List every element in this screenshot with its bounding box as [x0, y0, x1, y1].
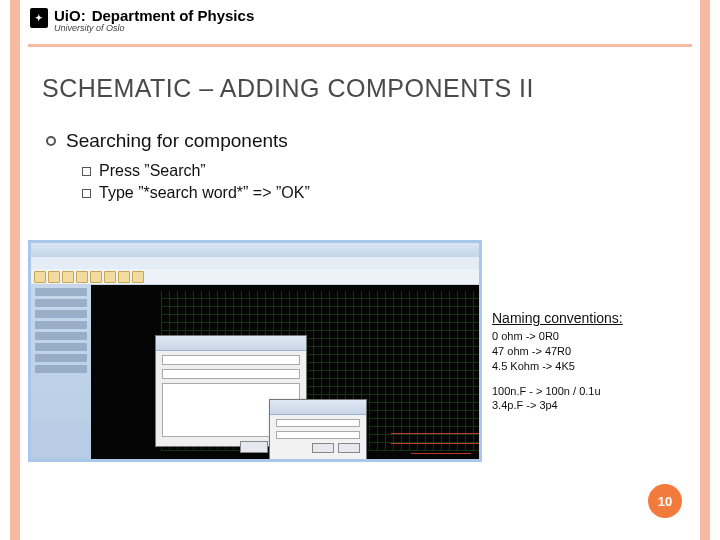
- app-toolbar: [31, 269, 479, 285]
- sub-bullet-2: Type ”*search word*” => ”OK”: [82, 184, 680, 202]
- slide-header: ✦ UiO: Department of Physics University …: [30, 8, 254, 33]
- note-line: 4.5 Kohm -> 4K5: [492, 359, 623, 374]
- brand-label: UiO: [54, 7, 81, 24]
- dialog-button: [338, 443, 360, 453]
- note-line: 47 ohm -> 47R0: [492, 344, 623, 359]
- sub-bullet-1-text: Press ”Search”: [99, 162, 206, 180]
- sidebar-item: [35, 321, 87, 329]
- header-brand-line: UiO: Department of Physics: [54, 8, 254, 24]
- schematic-canvas: [91, 285, 479, 459]
- sidebar-item: [35, 343, 87, 351]
- uio-seal-icon: ✦: [30, 8, 48, 28]
- sub-bullet-1: Press ”Search”: [82, 162, 680, 180]
- dialog-titlebar: [270, 400, 366, 415]
- dialog-input: [276, 419, 360, 427]
- slide-title: SCHEMATIC – ADDING COMPONENTS II: [42, 74, 534, 103]
- schematic-wire: [411, 453, 471, 454]
- toolbar-button: [76, 271, 88, 283]
- dialog-button: [240, 441, 268, 453]
- brand-separator: :: [81, 7, 86, 24]
- schematic-wire: [391, 443, 481, 444]
- sub-bullet-2-text: Type ”*search word*” => ”OK”: [99, 184, 310, 202]
- department-name: Department of Physics: [92, 8, 255, 24]
- app-screenshot: [28, 240, 482, 462]
- header-rule: [28, 44, 692, 47]
- sidebar-item: [35, 332, 87, 340]
- bullet-square-icon: [82, 189, 91, 198]
- bullet-square-icon: [82, 167, 91, 176]
- naming-conventions-notes: Naming conventions: 0 ohm -> 0R0 47 ohm …: [492, 310, 623, 423]
- sidebar-item: [35, 288, 87, 296]
- toolbar-button: [132, 271, 144, 283]
- schematic-wire: [391, 433, 481, 434]
- app-titlebar: [31, 243, 479, 258]
- bullet-circle-icon: [46, 136, 56, 146]
- app-sidebar: [31, 285, 92, 459]
- toolbar-button: [62, 271, 74, 283]
- sidebar-item: [35, 365, 87, 373]
- notes-group-resistors: 0 ohm -> 0R0 47 ohm -> 47R0 4.5 Kohm -> …: [492, 329, 623, 374]
- dialog-input: [162, 355, 300, 365]
- sidebar-item: [35, 299, 87, 307]
- dialog-button: [312, 443, 334, 453]
- page-number: 10: [658, 494, 672, 509]
- dialog-input: [162, 369, 300, 379]
- toolbar-button: [34, 271, 46, 283]
- note-line: 3.4p.F -> 3p4: [492, 398, 623, 413]
- toolbar-button: [48, 271, 60, 283]
- sidebar-item: [35, 310, 87, 318]
- dialog-input: [276, 431, 360, 439]
- secondary-dialog: [269, 399, 367, 462]
- sidebar-item: [35, 354, 87, 362]
- sub-bullets: Press ”Search” Type ”*search word*” => ”…: [82, 162, 680, 202]
- toolbar-button: [90, 271, 102, 283]
- header-text-block: UiO: Department of Physics University of…: [54, 8, 254, 33]
- notes-heading: Naming conventions:: [492, 310, 623, 326]
- title-text: SCHEMATIC – ADDING COMPONENTS II: [42, 74, 534, 102]
- slide-border-right: [700, 0, 710, 540]
- note-line: 100n.F - > 100n / 0.1u: [492, 384, 623, 399]
- brand-name: UiO:: [54, 8, 86, 24]
- page-number-badge: 10: [648, 484, 682, 518]
- toolbar-button: [118, 271, 130, 283]
- university-name: University of Oslo: [54, 24, 254, 33]
- slide-border-left: [10, 0, 20, 540]
- bullet-main-text: Searching for components: [66, 130, 288, 152]
- dialog-buttons: [276, 443, 360, 453]
- dialog-titlebar: [156, 336, 306, 351]
- notes-group-capacitors: 100n.F - > 100n / 0.1u 3.4p.F -> 3p4: [492, 384, 623, 414]
- slide-body: Searching for components Press ”Search” …: [46, 130, 680, 206]
- bullet-main-row: Searching for components: [46, 130, 680, 152]
- toolbar-button: [104, 271, 116, 283]
- note-line: 0 ohm -> 0R0: [492, 329, 623, 344]
